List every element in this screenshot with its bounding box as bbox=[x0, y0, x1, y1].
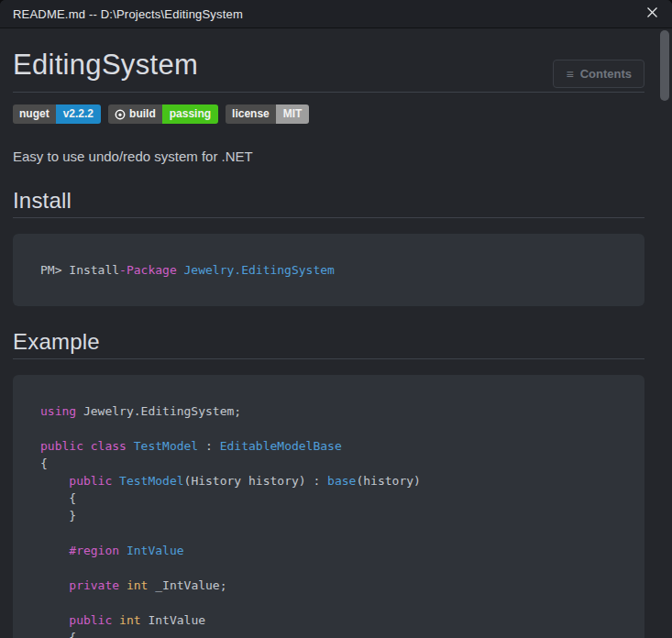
code-line: { bbox=[40, 629, 617, 638]
code-line: public TestModel(History history) : base… bbox=[40, 472, 617, 490]
badge-build[interactable]: buildpassing bbox=[108, 104, 218, 124]
title-divider bbox=[13, 92, 644, 93]
close-button[interactable] bbox=[632, 0, 672, 28]
badge-value: passing bbox=[162, 104, 218, 124]
code-line bbox=[40, 420, 617, 437]
badge-license[interactable]: licenseMIT bbox=[226, 104, 309, 124]
scrollbar[interactable] bbox=[660, 30, 669, 636]
example-code-block: using Jewelry.EditingSystem; public clas… bbox=[13, 375, 644, 638]
scrollbar-thumb[interactable] bbox=[660, 30, 669, 101]
code-line bbox=[40, 559, 617, 577]
badge-label: nuget bbox=[13, 104, 56, 124]
badge-row: nugetv2.2.2buildpassinglicenseMIT bbox=[13, 104, 644, 124]
install-divider bbox=[13, 217, 644, 218]
badge-value: MIT bbox=[276, 104, 310, 124]
section-example-title: Example bbox=[13, 328, 644, 356]
menu-icon: ≡ bbox=[566, 70, 573, 79]
window-title: README.md -- D:\Projects\EditingSystem bbox=[13, 7, 243, 21]
badge-label: build bbox=[108, 104, 162, 124]
page-title: EditingSystem bbox=[13, 48, 644, 82]
contents-button-label: Contents bbox=[580, 67, 632, 81]
document-area: ≡ Contents EditingSystem nugetv2.2.2buil… bbox=[0, 48, 672, 638]
section-install-title: Install bbox=[13, 187, 644, 214]
code-line: { bbox=[40, 490, 617, 507]
code-line: PM> Install-Package Jewelry.EditingSyste… bbox=[40, 261, 617, 279]
close-icon bbox=[646, 6, 658, 21]
code-line: #region IntValue bbox=[40, 542, 617, 559]
code-line bbox=[40, 524, 617, 542]
badge-nuget[interactable]: nugetv2.2.2 bbox=[13, 104, 101, 124]
badge-label: license bbox=[226, 104, 276, 124]
code-line: using Jewelry.EditingSystem; bbox=[40, 402, 617, 420]
markdown-viewer-window: README.md -- D:\Projects\EditingSystem ≡… bbox=[0, 0, 672, 638]
code-line bbox=[40, 594, 617, 611]
code-line: } bbox=[40, 507, 617, 524]
description: Easy to use undo/redo system for .NET bbox=[13, 148, 644, 165]
code-line: private int _IntValue; bbox=[40, 577, 617, 594]
appveyor-icon bbox=[115, 109, 126, 120]
code-line: public class TestModel : EditableModelBa… bbox=[40, 437, 617, 455]
code-line: public int IntValue bbox=[40, 611, 617, 629]
code-line: { bbox=[40, 455, 617, 472]
install-code-block: PM> Install-Package Jewelry.EditingSyste… bbox=[13, 234, 644, 306]
example-divider bbox=[13, 358, 644, 359]
titlebar[interactable]: README.md -- D:\Projects\EditingSystem bbox=[0, 0, 672, 28]
contents-button[interactable]: ≡ Contents bbox=[553, 60, 644, 88]
badge-value: v2.2.2 bbox=[56, 104, 101, 124]
